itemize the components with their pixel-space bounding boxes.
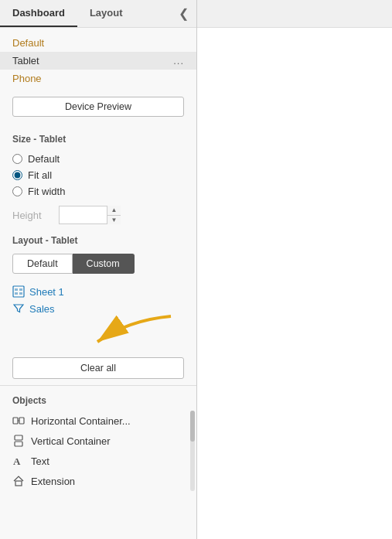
- layout-custom-button[interactable]: Custom: [73, 254, 135, 274]
- svg-rect-7: [19, 418, 24, 424]
- horizontal-container-icon: [12, 414, 25, 427]
- objects-scrollbar[interactable]: [190, 411, 195, 491]
- extension-label: Extension: [31, 476, 75, 487]
- size-fitwidth-radio[interactable]: [12, 186, 22, 196]
- svg-rect-3: [15, 292, 18, 295]
- svg-rect-6: [13, 418, 18, 424]
- height-decrement-button[interactable]: ▼: [107, 216, 121, 225]
- svg-rect-10: [15, 442, 22, 446]
- text-icon: A: [12, 455, 25, 467]
- sidebar: Dashboard Layout ❮ Default Tablet ... Ph…: [0, 0, 197, 539]
- svg-rect-12: [15, 481, 22, 486]
- tab-layout[interactable]: Layout: [77, 0, 135, 27]
- svg-rect-0: [13, 286, 24, 297]
- sidebar-scroll-area: Default Tablet ... Phone Device Preview …: [0, 28, 196, 539]
- svg-text:A: A: [13, 455, 21, 467]
- size-option-fitall[interactable]: Fit all: [12, 167, 184, 183]
- height-label: Height: [12, 210, 59, 221]
- arrow-svg: [51, 312, 175, 351]
- size-section-title: Size - Tablet: [0, 126, 196, 149]
- list-item[interactable]: A Text: [0, 451, 196, 471]
- extension-icon: [12, 475, 25, 487]
- objects-list-area: Horizontal Container... Vertical Contain…: [0, 411, 196, 491]
- size-option-default[interactable]: Default: [12, 151, 184, 167]
- vertical-container-label: Vertical Container: [31, 435, 111, 447]
- list-item[interactable]: Extension: [0, 471, 196, 491]
- tab-dashboard[interactable]: Dashboard: [0, 0, 77, 27]
- objects-list: Horizontal Container... Vertical Contain…: [0, 411, 196, 491]
- svg-rect-4: [19, 292, 22, 295]
- size-default-radio[interactable]: [12, 154, 22, 164]
- layout-section-title: Layout - Tablet: [0, 227, 196, 251]
- list-item[interactable]: Horizontal Container...: [0, 411, 196, 431]
- size-options-group: Default Fit all Fit width: [0, 149, 196, 201]
- sidebar-item-tablet[interactable]: Tablet ...: [0, 52, 196, 70]
- layout-buttons-group: Default Custom: [0, 251, 196, 277]
- objects-scroll-thumb[interactable]: [190, 411, 195, 442]
- svg-rect-2: [19, 288, 22, 291]
- sheet-name: Sheet 1: [29, 286, 64, 298]
- sheet-item[interactable]: Sheet 1: [12, 283, 184, 300]
- sidebar-item-phone[interactable]: Phone: [0, 70, 196, 87]
- tab-bar: Dashboard Layout ❮: [0, 0, 196, 28]
- app-container: Dashboard Layout ❮ Default Tablet ... Ph…: [0, 0, 392, 539]
- arrow-annotation: [12, 320, 196, 351]
- size-option-fitwidth[interactable]: Fit width: [12, 183, 184, 200]
- tablet-options-dots[interactable]: ...: [173, 55, 184, 67]
- size-fitall-radio[interactable]: [12, 170, 22, 180]
- objects-section: Objects Horizontal: [0, 385, 196, 491]
- height-input-wrapper: ▲ ▼: [59, 206, 121, 224]
- nav-section: Default Tablet ... Phone: [0, 28, 196, 90]
- device-preview-button[interactable]: Device Preview: [12, 97, 184, 117]
- sheet-icon: [12, 285, 25, 298]
- right-panel: [197, 0, 392, 539]
- close-icon[interactable]: ❮: [171, 0, 196, 27]
- height-increment-button[interactable]: ▲: [107, 206, 121, 216]
- horizontal-container-label: Horizontal Container...: [31, 415, 131, 427]
- text-label: Text: [31, 455, 49, 467]
- right-top-bar: [197, 0, 392, 28]
- vertical-container-icon: [12, 435, 25, 447]
- objects-section-title: Objects: [0, 392, 196, 411]
- svg-rect-1: [15, 288, 18, 291]
- clear-all-button[interactable]: Clear all: [12, 357, 184, 379]
- layout-default-button[interactable]: Default: [12, 254, 73, 274]
- sidebar-item-default[interactable]: Default: [0, 34, 196, 52]
- svg-rect-9: [15, 435, 22, 440]
- list-item[interactable]: Vertical Container: [0, 431, 196, 451]
- right-content: [197, 28, 392, 539]
- filter-icon: [12, 302, 25, 315]
- height-spinners: ▲ ▼: [107, 206, 121, 224]
- height-row: Height ▲ ▼: [0, 203, 196, 227]
